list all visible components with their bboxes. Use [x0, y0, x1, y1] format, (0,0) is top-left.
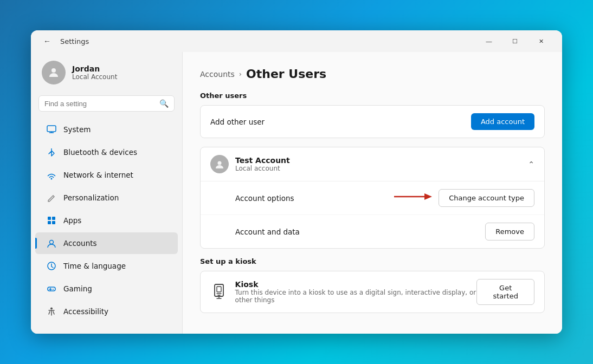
add-account-button[interactable]: Add account [471, 113, 534, 130]
account-header[interactable]: Test Account Local account ⌃ [201, 147, 544, 181]
breadcrumb-arrow: › [239, 70, 242, 78]
test-account-type: Local account [235, 165, 290, 172]
nav-network-label: Network & internet [63, 171, 133, 179]
search-box[interactable]: 🔍 [38, 95, 175, 112]
accessibility-icon [46, 306, 57, 317]
accounts-icon [46, 238, 57, 249]
svg-rect-4 [52, 217, 55, 220]
nav-network[interactable]: Network & internet [35, 164, 178, 186]
settings-window: ← Settings — ☐ ✕ Jordan Local Account [31, 30, 562, 334]
svg-point-10 [53, 289, 54, 290]
apps-icon [46, 215, 57, 226]
nav-personalization-label: Personalization [63, 193, 119, 202]
search-icon: 🔍 [159, 99, 169, 108]
svg-marker-14 [424, 193, 432, 200]
system-icon [46, 124, 57, 135]
titlebar: ← Settings — ☐ ✕ [31, 30, 562, 52]
nav-time[interactable]: Time & language [35, 255, 178, 277]
back-button[interactable]: ← [40, 34, 55, 49]
network-icon [46, 170, 57, 180]
window-controls: — ☐ ✕ [476, 32, 553, 50]
search-input[interactable] [44, 100, 155, 108]
bluetooth-icon [46, 147, 57, 158]
kiosk-title: Kiosk [235, 280, 477, 289]
kiosk-row: Kiosk Turn this device into a kiosk to u… [201, 271, 544, 313]
account-header-left: Test Account Local account [210, 155, 290, 173]
nav-bluetooth-label: Bluetooth & devices [63, 148, 137, 157]
account-info: Test Account Local account [235, 156, 290, 172]
kiosk-info: Kiosk Turn this device into a kiosk to u… [235, 280, 477, 304]
user-name: Jordan [72, 64, 117, 73]
titlebar-left: ← Settings [40, 34, 89, 49]
svg-rect-16 [217, 287, 221, 292]
nav-accounts-label: Accounts [63, 239, 97, 248]
other-users-label: Other users [200, 92, 545, 100]
test-account-name: Test Account [235, 156, 290, 165]
nav-gaming-label: Gaming [63, 284, 92, 293]
arrow-indicator [394, 190, 432, 206]
breadcrumb-parent[interactable]: Accounts [200, 70, 235, 79]
nav-apps-label: Apps [63, 216, 81, 225]
account-options-row: Account options Change account type [201, 181, 544, 215]
minimize-button[interactable]: — [476, 32, 501, 50]
account-data-row: Account and data Remove [201, 215, 544, 248]
personalization-icon [46, 192, 57, 203]
avatar [42, 61, 66, 84]
nav-accessibility[interactable]: Accessibility [35, 301, 178, 322]
svg-point-2 [51, 178, 53, 180]
change-account-type-button[interactable]: Change account type [439, 189, 534, 207]
svg-rect-1 [47, 126, 56, 132]
svg-rect-15 [215, 284, 223, 296]
gaming-icon [46, 283, 57, 294]
time-icon [46, 261, 57, 271]
nav-accounts[interactable]: Accounts [35, 232, 178, 254]
svg-point-11 [50, 308, 53, 310]
nav-accessibility-label: Accessibility [63, 307, 108, 316]
svg-point-12 [218, 161, 222, 165]
nav-time-label: Time & language [63, 262, 126, 270]
close-button[interactable]: ✕ [528, 32, 553, 50]
account-expanded: Account options Change account type [201, 181, 544, 248]
content-area: Accounts › Other Users Other users Add o… [183, 52, 562, 334]
kiosk-description: Turn this device into a kiosk to use as … [235, 289, 477, 304]
breadcrumb-current: Other Users [246, 67, 326, 81]
nav-personalization[interactable]: Personalization [35, 187, 178, 209]
svg-point-7 [50, 240, 54, 244]
kiosk-icon [210, 283, 228, 301]
option-right: Change account type [394, 189, 534, 207]
chevron-up-icon: ⌃ [528, 160, 534, 168]
titlebar-title: Settings [60, 37, 89, 46]
add-user-text: Add other user [210, 118, 265, 126]
test-account-card: Test Account Local account ⌃ Account opt… [200, 147, 545, 249]
svg-rect-3 [48, 217, 51, 220]
svg-point-0 [51, 68, 56, 73]
account-options-label: Account options [235, 194, 294, 203]
nav-system[interactable]: System [35, 119, 178, 140]
breadcrumb: Accounts › Other Users [200, 67, 545, 81]
kiosk-left: Kiosk Turn this device into a kiosk to u… [210, 280, 476, 304]
main-layout: Jordan Local Account 🔍 System [31, 52, 562, 334]
account-data-label: Account and data [235, 227, 300, 236]
user-type: Local Account [72, 73, 117, 81]
svg-rect-5 [48, 221, 51, 224]
maximize-button[interactable]: ☐ [502, 32, 527, 50]
nav-system-label: System [63, 125, 91, 134]
add-user-row: Add other user Add account [201, 106, 544, 138]
nav-gaming[interactable]: Gaming [35, 278, 178, 300]
add-user-card: Add other user Add account [200, 105, 545, 138]
nav-bluetooth[interactable]: Bluetooth & devices [35, 141, 178, 163]
remove-button[interactable]: Remove [485, 223, 534, 240]
user-info: Jordan Local Account [72, 64, 117, 81]
nav-apps[interactable]: Apps [35, 210, 178, 231]
get-started-button[interactable]: Get started [476, 279, 534, 305]
kiosk-section-label: Set up a kiosk [200, 257, 545, 265]
sidebar: Jordan Local Account 🔍 System [31, 52, 183, 334]
kiosk-card: Kiosk Turn this device into a kiosk to u… [200, 271, 545, 313]
svg-rect-6 [52, 221, 55, 224]
user-section: Jordan Local Account [31, 52, 182, 95]
test-account-avatar [210, 155, 229, 173]
